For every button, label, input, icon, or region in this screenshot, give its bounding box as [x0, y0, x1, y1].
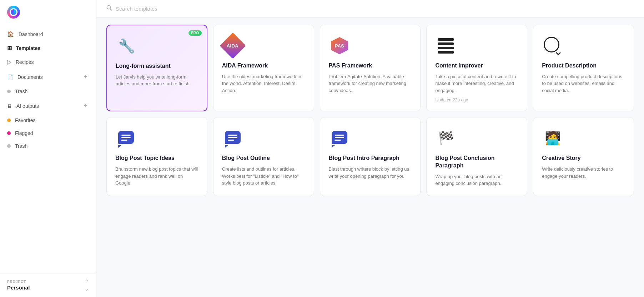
- card-icon-blog_outline: [222, 127, 243, 149]
- home-icon: 🏠: [7, 31, 14, 37]
- document-icon: 📄: [7, 74, 13, 80]
- card-title: Creative Story: [542, 155, 625, 162]
- card-icon-creative_story: 🧑‍💻: [542, 127, 563, 149]
- main-content: PRO 🔧 Long-form assistant Let Jarvis hel…: [96, 0, 644, 297]
- sidebar-item-label: Recipes: [16, 59, 34, 65]
- chat-icon: [225, 131, 241, 145]
- card-icon-blog_topic: [115, 127, 137, 149]
- sidebar-item-trash2[interactable]: Trash: [0, 140, 96, 152]
- card-desc: Create lists and outlines for articles. …: [222, 166, 305, 187]
- template-card-aida[interactable]: AIDA AIDA Framework Use the oldest marke…: [213, 25, 314, 111]
- card-title: Content Improver: [435, 62, 518, 70]
- template-card-pas[interactable]: PAS PAS Framework Problem-Agitate-Soluti…: [320, 25, 421, 111]
- card-icon-content_improver: [435, 35, 457, 56]
- add-document-button[interactable]: +: [82, 72, 89, 81]
- sidebar-item-dashboard[interactable]: 🏠 Dashboard: [0, 27, 96, 41]
- card-desc: Create compelling product descriptions t…: [542, 73, 625, 103]
- card-desc: Let Jarvis help you write long-form arti…: [116, 74, 198, 102]
- search-input[interactable]: [116, 6, 634, 12]
- card-icon-blog_conclusion: 🏁: [435, 127, 457, 149]
- svg-text:PAS: PAS: [335, 43, 344, 49]
- template-card-blog_intro[interactable]: Blog Post Intro Paragraph Blast through …: [320, 117, 421, 196]
- sidebar-item-label: Templates: [16, 45, 40, 51]
- sidebar-item-templates[interactable]: ⊞ Templates: [0, 41, 96, 55]
- sidebar: 🏠 Dashboard ⊞ Templates ▷ Recipes 📄 Docu…: [0, 0, 96, 297]
- sidebar-documents-label: Documents: [17, 74, 43, 80]
- card-title: PAS Framework: [329, 62, 412, 70]
- bubble-icon: [544, 37, 562, 55]
- favorites-dot-icon: [7, 119, 11, 122]
- sidebar-item-flagged[interactable]: Flagged: [0, 127, 96, 140]
- template-card-longform[interactable]: PRO 🔧 Long-form assistant Let Jarvis hel…: [106, 25, 207, 111]
- card-title: Long-form assistant: [116, 62, 198, 70]
- sidebar-section-ai-outputs[interactable]: 🖥 AI outputs +: [0, 98, 96, 114]
- sidebar-ai-outputs-label: AI outputs: [16, 103, 39, 109]
- sidebar-section-documents[interactable]: 📄 Documents +: [0, 69, 96, 85]
- card-title: Blog Post Conclusion Paragraph: [435, 155, 518, 170]
- add-ai-output-button[interactable]: +: [82, 101, 89, 110]
- sidebar-item-label: Trash: [15, 89, 27, 94]
- sidebar-nav: 🏠 Dashboard ⊞ Templates ▷ Recipes 📄 Docu…: [0, 24, 96, 273]
- search-icon: [106, 5, 112, 12]
- card-desc: Wrap up your blog posts with an engaging…: [435, 173, 518, 187]
- flagged-dot-icon: [7, 131, 11, 135]
- templates-grid: PRO 🔧 Long-form assistant Let Jarvis hel…: [96, 17, 644, 203]
- sidebar-item-label: Trash: [15, 143, 27, 149]
- card-desc: Problem-Agitate-Solution. A valuable fra…: [329, 73, 412, 103]
- card-icon-blog_intro: [329, 127, 350, 149]
- template-card-blog_topic[interactable]: Blog Post Topic Ideas Brainstorm new blo…: [106, 117, 207, 196]
- ai-outputs-icon: 🖥: [7, 103, 12, 109]
- chevron-icon: ⌃⌄: [84, 278, 89, 292]
- project-label: PROJECT: [7, 280, 30, 284]
- card-title: Product Description: [542, 62, 625, 70]
- card-desc: Take a piece of content and rewrite it t…: [435, 73, 518, 94]
- card-desc: Blast through writers block by letting u…: [329, 166, 412, 187]
- sidebar-item-label: Flagged: [15, 130, 33, 136]
- aida-icon: AIDA: [222, 35, 243, 56]
- lines-icon: [438, 35, 454, 57]
- card-icon-pas: PAS: [329, 35, 350, 56]
- card-updated: Updated 22h ago: [435, 97, 518, 102]
- card-desc: Brainstorm new blog post topics that wil…: [115, 166, 198, 187]
- project-name: Personal: [7, 285, 30, 291]
- search-bar: [96, 0, 644, 17]
- card-desc: Write deliciously creative stories to en…: [542, 166, 625, 187]
- card-icon-longform: 🔧: [116, 35, 137, 57]
- template-card-blog_conclusion[interactable]: 🏁 Blog Post Conclusion Paragraph Wrap up…: [426, 117, 527, 196]
- svg-line-1: [110, 9, 112, 10]
- chat-icon: [118, 131, 134, 145]
- grid-icon: ⊞: [7, 45, 12, 51]
- card-title: AIDA Framework: [222, 62, 305, 70]
- card-title: Blog Post Topic Ideas: [115, 155, 198, 162]
- card-desc: Use the oldest marketing framework in th…: [222, 73, 305, 103]
- trash-dot-icon: [7, 90, 11, 93]
- pas-icon: PAS: [329, 35, 350, 56]
- sidebar-item-favorites[interactable]: Favorites: [0, 114, 96, 127]
- project-switcher[interactable]: PROJECT Personal ⌃⌄: [0, 273, 96, 297]
- card-title: Blog Post Intro Paragraph: [329, 155, 412, 162]
- chat-icon: [332, 131, 347, 145]
- logo-icon: [7, 6, 20, 19]
- longform-icon: 🔧: [118, 38, 135, 54]
- sidebar-item-recipes[interactable]: ▷ Recipes: [0, 55, 96, 69]
- sidebar-item-trash[interactable]: Trash: [0, 85, 96, 98]
- flag-icon: 🏁: [438, 131, 454, 146]
- pro-badge: PRO: [188, 30, 202, 36]
- card-icon-aida: AIDA: [222, 35, 243, 56]
- card-icon-product_desc: [542, 35, 563, 56]
- template-card-blog_outline[interactable]: Blog Post Outline Create lists and outli…: [213, 117, 314, 196]
- template-card-creative_story[interactable]: 🧑‍💻 Creative Story Write deliciously cre…: [533, 117, 634, 196]
- story-icon: 🧑‍💻: [545, 131, 561, 146]
- recipes-icon: ▷: [7, 59, 11, 65]
- logo: [0, 0, 96, 24]
- template-card-product_desc[interactable]: Product Description Create compelling pr…: [533, 25, 634, 111]
- sidebar-item-label: Favorites: [15, 117, 36, 123]
- template-card-content_improver[interactable]: Content Improver Take a piece of content…: [426, 25, 527, 111]
- card-title: Blog Post Outline: [222, 155, 305, 162]
- trash2-dot-icon: [7, 144, 11, 148]
- sidebar-item-label: Dashboard: [19, 31, 43, 37]
